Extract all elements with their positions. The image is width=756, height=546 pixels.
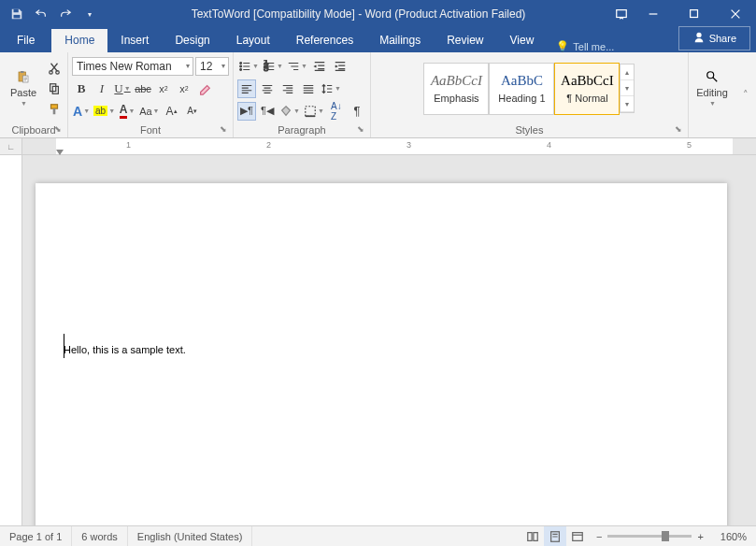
svg-point-14 [240,65,242,67]
dialog-launcher-icon[interactable]: ⬊ [54,124,62,134]
zoom-slider[interactable]: − + [589,531,711,542]
bold-button[interactable]: B [72,79,91,98]
word-count[interactable]: 6 words [72,526,128,546]
tab-design[interactable]: Design [162,29,222,52]
document-text[interactable]: Hello, this is a sample text. [64,333,699,359]
underline-button[interactable]: U▼ [113,79,132,98]
svg-rect-19 [306,106,316,116]
zoom-thumb[interactable] [662,531,669,541]
close-icon[interactable] [715,0,756,28]
paste-label: Paste [10,87,36,98]
document-area[interactable]: Hello, this is a sample text. [22,155,756,525]
page-number[interactable]: Page 1 of 1 [0,526,72,546]
qat-more-icon[interactable]: ▾ [78,3,101,25]
minimize-icon[interactable] [633,0,674,28]
svg-point-9 [56,70,60,74]
ribbon-tabs: File Home Insert Design Layout Reference… [0,28,756,52]
group-font: Times New Roman 12 B I U▼ abc x2 x2 A▼ a… [68,52,234,137]
numbering-button[interactable]: 123▼ [262,57,284,76]
styles-scroll[interactable]: ▴▾▾ [620,64,635,113]
svg-point-13 [240,62,242,64]
justify-button[interactable] [299,79,318,98]
tab-review[interactable]: Review [434,29,496,52]
tab-insert[interactable]: Insert [107,29,162,52]
grow-font-button[interactable]: A▴ [163,102,181,121]
bullets-button[interactable]: ▼ [237,57,260,76]
rtl-button[interactable]: ¶◀ [258,102,277,121]
line-spacing-button[interactable]: ▼ [320,79,342,98]
maximize-icon[interactable] [674,0,715,28]
zoom-out-icon[interactable]: − [596,531,602,542]
collapse-ribbon-icon[interactable]: ˄ [735,52,756,137]
ribbon-options-icon[interactable] [610,0,633,28]
subscript-button[interactable]: x2 [154,79,173,98]
tab-mailings[interactable]: Mailings [366,29,434,52]
zoom-level[interactable]: 160% [711,526,756,546]
svg-point-15 [240,68,242,70]
editing-button[interactable]: Editing ▼ [692,54,732,122]
svg-rect-3 [691,10,698,18]
share-label: Share [709,33,736,44]
tell-me[interactable]: 💡 Tell me... [547,40,623,52]
style-emphasis[interactable]: AaBbCcIEmphasis [423,63,489,115]
style-heading-1[interactable]: AaBbCHeading 1 [489,63,554,115]
decrease-indent-button[interactable] [310,57,329,76]
horizontal-ruler[interactable]: ∟ 12345 [0,138,756,155]
save-icon[interactable] [6,3,28,25]
dialog-launcher-icon[interactable]: ⬊ [220,124,227,134]
format-painter-button[interactable] [45,100,64,119]
tab-file[interactable]: File [0,29,51,52]
multilevel-button[interactable]: ▼ [286,57,308,76]
undo-icon[interactable] [30,3,52,25]
text-effects-button[interactable]: A▼ [72,102,91,121]
strike-button[interactable]: abc [134,79,152,98]
share-button[interactable]: Share [678,26,750,50]
svg-rect-2 [617,10,627,18]
tab-view[interactable]: View [497,29,548,52]
show-marks-button[interactable]: ¶ [348,102,366,121]
tab-home[interactable]: Home [51,29,107,52]
font-color-button[interactable]: A▼ [118,102,136,121]
tab-selector[interactable]: ∟ [0,138,22,154]
language[interactable]: English (United States) [128,526,253,546]
paste-button[interactable]: Paste ▼ [4,54,43,122]
print-layout-button[interactable] [544,526,566,547]
italic-button[interactable]: I [93,79,111,98]
copy-button[interactable] [45,79,64,98]
page[interactable]: Hello, this is a sample text. [36,183,727,525]
dialog-launcher-icon[interactable]: ⬊ [675,124,682,134]
tab-references[interactable]: References [283,29,366,52]
dialog-launcher-icon[interactable]: ⬊ [357,124,364,134]
align-right-button[interactable] [278,79,297,98]
zoom-in-icon[interactable]: + [697,531,703,542]
web-layout-button[interactable] [566,526,589,547]
tell-me-label: Tell me... [573,41,614,52]
cut-button[interactable] [45,59,64,78]
paragraph-label: Paragraph [278,124,325,136]
svg-point-20 [707,72,714,79]
group-paragraph: ▼ 123▼ ▼ ▼ ▶¶ ¶◀ ▼ ▼ A↓Z ¶ Par [234,52,371,137]
read-mode-button[interactable] [521,526,544,547]
shrink-font-button[interactable]: A▾ [183,102,202,121]
change-case-button[interactable]: Aa▼ [138,102,160,121]
highlight-button[interactable]: ab▼ [93,102,116,121]
font-size-combo[interactable]: 12 [195,57,229,76]
svg-rect-6 [21,71,24,73]
align-left-button[interactable] [237,79,256,98]
clipboard-label: Clipboard [11,124,55,136]
vertical-ruler[interactable] [0,155,22,525]
redo-icon[interactable] [54,3,77,25]
clear-format-button[interactable] [195,79,214,98]
ltr-button[interactable]: ▶¶ [237,102,256,121]
style--normal[interactable]: AaBbCcI¶ Normal [554,63,620,115]
shading-button[interactable]: ▼ [278,102,301,121]
sort-button[interactable]: A↓Z [327,102,346,121]
font-name-combo[interactable]: Times New Roman [72,57,193,76]
borders-button[interactable]: ▼ [303,102,325,121]
tab-layout[interactable]: Layout [223,29,283,52]
increase-indent-button[interactable] [331,57,349,76]
svg-point-8 [50,70,53,74]
superscript-button[interactable]: x2 [175,79,193,98]
align-center-button[interactable] [258,79,277,98]
indent-marker-icon[interactable] [56,150,64,155]
